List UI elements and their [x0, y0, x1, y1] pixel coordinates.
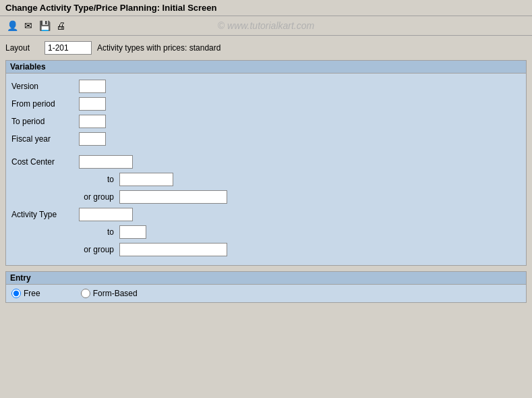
cost-center-row: Cost Center	[11, 154, 521, 169]
cost-center-to-row: to	[11, 172, 521, 187]
fiscal-year-row: Fiscal year	[11, 132, 521, 146]
entry-header: Entry	[6, 272, 526, 285]
spacer1	[11, 149, 521, 154]
activity-type-group-label: or group	[52, 245, 119, 254]
to-period-input[interactable]	[79, 115, 106, 128]
layout-label: Layout	[5, 43, 39, 53]
free-radio[interactable]	[11, 289, 21, 298]
form-based-label: Form-Based	[93, 289, 138, 298]
cost-center-input[interactable]	[79, 155, 133, 169]
from-period-input[interactable]	[79, 97, 106, 111]
entry-section: Entry Free Form-Based	[5, 271, 527, 303]
activity-type-input[interactable]	[79, 208, 133, 221]
variables-section: Variables Version From period To period …	[5, 60, 527, 266]
entry-body: Free Form-Based	[6, 285, 526, 302]
user-icon[interactable]: 👤	[5, 19, 19, 32]
mail-icon[interactable]: ✉	[22, 19, 35, 32]
title-bar: Change Activity Type/Price Planning: Ini…	[0, 0, 532, 16]
main-content: Layout Activity types with prices: stand…	[0, 36, 532, 393]
activity-type-to-input[interactable]	[119, 225, 146, 239]
print-icon[interactable]: 🖨	[54, 19, 67, 32]
activity-type-group-input[interactable]	[119, 243, 227, 256]
layout-description: Activity types with prices: standard	[97, 43, 220, 53]
form-based-radio-option[interactable]: Form-Based	[81, 289, 138, 298]
activity-type-to-label: to	[52, 227, 119, 237]
activity-type-label: Activity Type	[11, 210, 79, 219]
cost-center-group-row: or group	[11, 190, 521, 204]
toolbar: 👤 ✉ 💾 🖨 © www.tutorialkart.com	[0, 16, 532, 36]
fiscal-year-label: Fiscal year	[11, 134, 79, 144]
from-period-row: From period	[11, 96, 521, 111]
activity-type-row: Activity Type	[11, 207, 521, 222]
free-label: Free	[24, 289, 40, 298]
cost-center-to-label: to	[52, 175, 119, 184]
to-period-row: To period	[11, 114, 521, 129]
free-radio-option[interactable]: Free	[11, 289, 40, 298]
layout-row: Layout Activity types with prices: stand…	[5, 41, 527, 55]
version-row: Version	[11, 79, 521, 94]
activity-type-to-row: to	[11, 225, 521, 239]
cost-center-label: Cost Center	[11, 157, 79, 167]
cost-center-group-label: or group	[52, 192, 119, 202]
layout-input[interactable]	[45, 41, 92, 55]
to-period-label: To period	[11, 117, 79, 126]
form-based-radio[interactable]	[81, 289, 90, 298]
variables-body: Version From period To period Fiscal yea…	[6, 74, 526, 265]
version-input[interactable]	[79, 80, 106, 93]
page-title: Change Activity Type/Price Planning: Ini…	[5, 3, 217, 13]
save-icon[interactable]: 💾	[38, 19, 51, 32]
cost-center-to-input[interactable]	[119, 173, 173, 186]
cost-center-group-input[interactable]	[119, 190, 227, 204]
from-period-label: From period	[11, 99, 79, 109]
watermark: © www.tutorialkart.com	[218, 20, 314, 31]
activity-type-group-row: or group	[11, 242, 521, 257]
fiscal-year-input[interactable]	[79, 132, 106, 146]
variables-header: Variables	[6, 61, 526, 74]
version-label: Version	[11, 82, 79, 91]
